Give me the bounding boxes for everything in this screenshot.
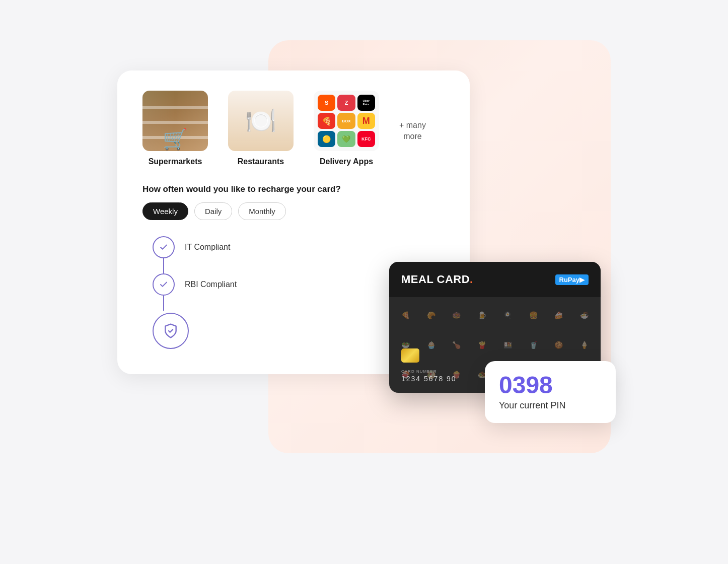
dominos-icon: 🟡 [318,131,335,147]
categories-row: 🛒 Supermarkets 🍽️ Restaurants S Z UberEa… [142,91,445,166]
ubereats-icon: UberEats [357,95,375,111]
pattern-7: 🍰 [547,301,571,330]
rbi-compliant-label: RBI Compliant [185,280,237,289]
it-compliant-label: IT Compliant [185,243,230,252]
pin-popup: 0398 Your current PIN [485,361,616,423]
pattern-3: 🍩 [445,301,469,330]
restaurants-label: Restaurants [238,157,284,166]
pattern-12: 🍟 [470,331,494,360]
pin-label: Your current PIN [499,400,602,411]
connector-1 [163,258,164,273]
pattern-10: 🧁 [419,331,444,360]
pattern-6: 🍔 [521,301,546,330]
daily-button[interactable]: Daily [194,202,232,220]
monthly-button[interactable]: Monthly [238,202,286,220]
recharge-question: How often would you like to recharge you… [142,184,445,194]
greenchef-icon: 💚 [337,131,355,147]
pattern-11: 🍗 [445,331,469,360]
pizzahut-icon: 🍕 [318,113,335,129]
recharge-buttons: Weekly Daily Monthly [142,202,445,220]
rupay-logo: RuPay▶ [555,274,589,285]
pattern-4: 🍺 [470,301,494,330]
pattern-14: 🥤 [521,331,546,360]
card-number-label: CARD NUMBER [401,369,457,374]
pattern-13: 🍱 [495,331,520,360]
meal-card-dot: . [470,273,473,286]
swiggy-icon: S [318,95,335,111]
shelf-1 [142,106,208,109]
delivery-apps-label: Delivery Apps [320,157,373,166]
many-more-text: + manymore [399,115,426,143]
rbi-compliant-icon [153,273,175,296]
mcdonalds-icon: M [357,113,375,129]
kfc-icon: KFC [357,131,375,147]
card-number: 1234 5678 90 [401,375,457,383]
connector-2 [163,296,164,311]
category-delivery-apps: S Z UberEats 🍕 BOX M 🟡 💚 KFC Delivery Ap… [314,91,379,166]
chip [401,348,419,363]
cart-icon: 🛒 [163,127,188,151]
card-number-section: CARD NUMBER 1234 5678 90 [401,369,457,383]
shelf-2 [142,121,208,124]
page-container: 🛒 Supermarkets 🍽️ Restaurants S Z UberEa… [87,40,641,524]
meal-card-container: MEAL CARD. RuPay▶ 🍕 🥐 🍩 🍺 🍳 🍔 🍰 🍜 🥗 🧁 🍗 … [389,262,601,393]
supermarkets-label: Supermarkets [149,157,202,166]
pattern-8: 🍜 [572,301,597,330]
pattern-15: 🍪 [547,331,571,360]
shield-icon-large [153,313,189,349]
pattern-16: 🍦 [572,331,597,360]
category-supermarkets: 🛒 Supermarkets [142,91,208,166]
pattern-5: 🍳 [495,301,520,330]
pattern-1: 🍕 [393,301,418,330]
pin-number: 0398 [499,373,602,397]
restaurant-image: 🍽️ [228,91,294,151]
weekly-button[interactable]: Weekly [142,202,188,220]
meal-card-header: MEAL CARD. RuPay▶ [389,262,601,297]
supermarket-image: 🛒 [142,91,208,151]
box8-icon: BOX [337,113,355,129]
delivery-apps-grid: S Z UberEats 🍕 BOX M 🟡 💚 KFC [314,91,379,151]
it-compliant-icon [153,236,175,258]
zomato-icon: Z [337,95,355,111]
it-compliant-item: IT Compliant [153,236,445,258]
category-restaurants: 🍽️ Restaurants [228,91,294,166]
meal-card-title: MEAL CARD. [401,273,473,286]
pattern-2: 🥐 [419,301,444,330]
recharge-section: How often would you like to recharge you… [142,184,445,220]
